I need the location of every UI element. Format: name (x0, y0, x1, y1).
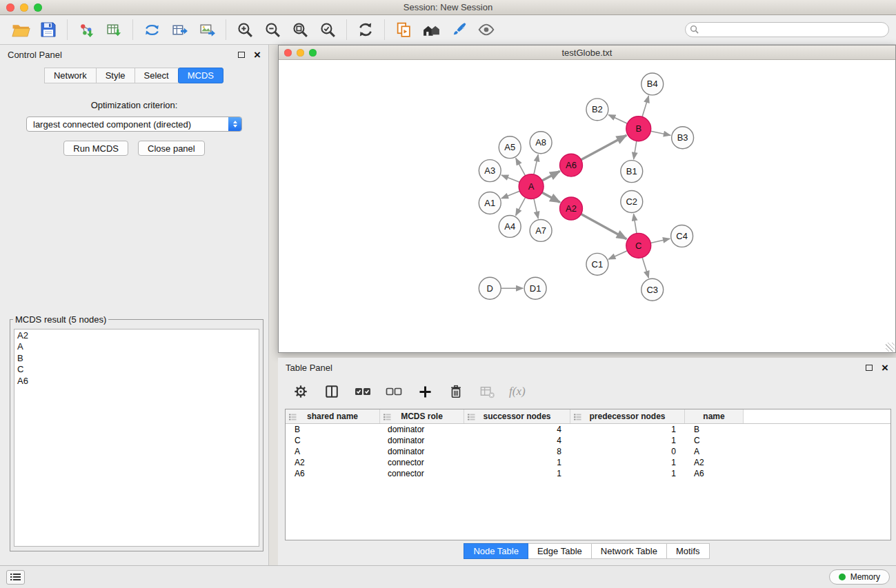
edge-A-A4[interactable] (516, 197, 526, 215)
edge-C-C2[interactable] (634, 214, 637, 233)
column-header-name[interactable]: name (685, 409, 744, 423)
network-graph[interactable]: B4B2BB3A5A8A6B1A3AC2A1A2A4A7C4CC1C3DD1 (279, 61, 895, 352)
network-canvas[interactable]: B4B2BB3A5A8A6B1A3AC2A1A2A4A7C4CC1C3DD1 (279, 61, 895, 352)
node-B2[interactable]: B2 (586, 99, 608, 121)
import-table-button[interactable] (100, 17, 128, 42)
edge-A-A5[interactable] (516, 158, 526, 175)
mcds-result-item[interactable]: A (17, 341, 256, 352)
close-network-button[interactable] (284, 49, 292, 57)
edge-B-B1[interactable] (634, 141, 637, 159)
float-table-panel-icon[interactable] (866, 365, 873, 371)
edge-A-A2[interactable] (542, 192, 560, 202)
zoom-out-button[interactable] (259, 17, 286, 42)
function-builder-button[interactable]: f(x) (509, 383, 526, 401)
node-C3[interactable]: C3 (641, 278, 664, 301)
tab-node-table[interactable]: Node Table (464, 543, 528, 559)
export-table-button[interactable] (166, 17, 193, 42)
node-A6[interactable]: A6 (560, 154, 583, 176)
close-panel-button[interactable]: Close panel (138, 141, 205, 156)
show-hide-button[interactable] (472, 17, 500, 42)
edge-A2-C[interactable] (581, 214, 626, 239)
column-header-mcds-role[interactable]: MCDS role (380, 409, 464, 423)
home-button[interactable] (417, 17, 445, 42)
close-panel-icon[interactable]: × (254, 49, 261, 61)
edge-C-C4[interactable] (650, 239, 670, 243)
edge-A-A8[interactable] (534, 154, 538, 174)
edge-C-C3[interactable] (642, 258, 648, 278)
table-row[interactable]: C dominator 4 1 C (286, 435, 890, 446)
resize-handle[interactable] (886, 343, 895, 352)
node-B3[interactable]: B3 (672, 127, 694, 149)
float-panel-icon[interactable] (238, 52, 245, 58)
edge-A-A1[interactable] (501, 191, 520, 199)
node-A5[interactable]: A5 (499, 136, 521, 159)
table-row[interactable]: A dominator 8 0 A (286, 446, 890, 457)
node-B1[interactable]: B1 (621, 161, 643, 183)
maximize-window-button[interactable] (34, 3, 42, 12)
close-table-panel-icon[interactable]: × (882, 362, 888, 374)
deselect-all-button[interactable] (385, 383, 403, 401)
mcds-result-item[interactable]: C (17, 364, 256, 375)
apply-layout-button[interactable] (352, 17, 379, 42)
table-row[interactable]: A2 connector 1 1 A2 (286, 457, 890, 468)
minimize-network-button[interactable] (297, 49, 304, 57)
column-header-predecessor-nodes[interactable]: predecessor nodes (570, 409, 685, 423)
save-session-button[interactable] (34, 17, 62, 42)
node-A[interactable]: A (519, 174, 544, 199)
edge-B-B2[interactable] (608, 114, 627, 123)
tab-edge-table[interactable]: Edge Table (528, 543, 592, 559)
edge-A-A3[interactable] (501, 175, 519, 182)
node-A7[interactable]: A7 (530, 219, 552, 241)
delete-table-button[interactable] (478, 383, 496, 401)
close-window-button[interactable] (6, 3, 14, 12)
criterion-dropdown[interactable]: largest connected component (directed) (26, 116, 242, 132)
edge-A-A7[interactable] (534, 199, 538, 219)
import-network-button[interactable] (72, 17, 100, 42)
node-A1[interactable]: A1 (479, 192, 501, 214)
mcds-result-item[interactable]: A6 (17, 376, 256, 387)
maximize-network-button[interactable] (309, 49, 317, 57)
tab-network-table[interactable]: Network Table (591, 543, 667, 559)
node-A3[interactable]: A3 (479, 160, 501, 182)
mcds-result-list[interactable]: A2 A B C A6 (14, 329, 259, 547)
node-A2[interactable]: A2 (560, 197, 583, 220)
edge-B-B4[interactable] (642, 96, 648, 117)
tab-motifs[interactable]: Motifs (666, 543, 710, 559)
open-session-button[interactable] (7, 17, 34, 42)
edge-C-C1[interactable] (608, 251, 627, 259)
edge-A6-B[interactable] (581, 135, 626, 160)
panel-toggle-button[interactable] (6, 570, 25, 585)
node-C2[interactable]: C2 (621, 191, 643, 213)
node-C[interactable]: C (626, 233, 651, 258)
node-C4[interactable]: C4 (671, 225, 693, 247)
tab-select[interactable]: Select (135, 68, 179, 83)
node-D[interactable]: D (479, 277, 501, 299)
node-A4[interactable]: A4 (499, 215, 521, 237)
style-brush-button[interactable] (445, 17, 472, 42)
mcds-result-item[interactable]: B (17, 353, 256, 364)
table-row[interactable]: B dominator 4 1 B (286, 424, 890, 435)
run-mcds-button[interactable]: Run MCDS (63, 141, 128, 156)
tab-mcds[interactable]: MCDS (178, 68, 223, 83)
node-C1[interactable]: C1 (586, 253, 608, 275)
mcds-result-item[interactable]: A2 (17, 330, 256, 341)
node-B[interactable]: B (626, 116, 651, 141)
delete-row-button[interactable] (447, 383, 465, 401)
node-D1[interactable]: D1 (524, 277, 546, 299)
column-visibility-button[interactable] (323, 383, 341, 401)
clone-network-button[interactable] (390, 17, 417, 42)
minimize-window-button[interactable] (20, 3, 28, 12)
node-A8[interactable]: A8 (530, 132, 552, 154)
table-row[interactable]: A6 connector 1 1 A6 (286, 468, 890, 479)
node-B4[interactable]: B4 (641, 73, 664, 95)
tab-network[interactable]: Network (44, 68, 97, 83)
select-all-button[interactable] (354, 383, 372, 401)
edge-A-A6[interactable] (542, 171, 560, 181)
edge-B-B3[interactable] (650, 131, 670, 135)
column-header-shared-name[interactable]: shared name (286, 409, 380, 423)
zoom-fit-button[interactable] (286, 17, 314, 42)
tab-style[interactable]: Style (96, 68, 135, 83)
export-image-button[interactable] (193, 17, 221, 42)
column-header-successor-nodes[interactable]: successor nodes (464, 409, 570, 423)
memory-button[interactable]: Memory (829, 569, 890, 585)
